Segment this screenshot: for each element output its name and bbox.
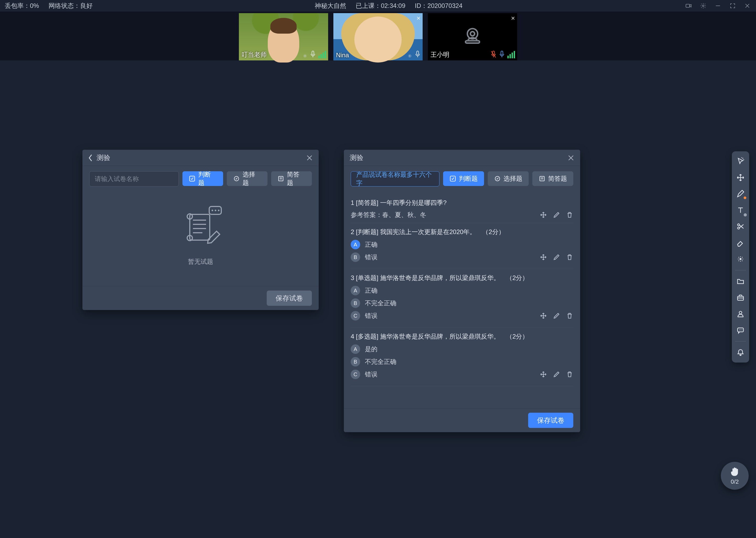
svg-point-20 [212,210,213,211]
back-icon[interactable] [88,154,93,162]
add-choice-button[interactable]: 选择题 [488,171,529,186]
option-text: 是的 [365,345,377,353]
participant-name: 叮当老师 [242,50,267,59]
svg-rect-4 [312,51,314,55]
move-icon[interactable] [540,253,547,261]
add-short-button[interactable]: 简答题 [271,171,312,186]
svg-point-21 [215,210,216,211]
delete-icon[interactable] [566,211,573,219]
empty-state: 暂无试题 [89,194,312,266]
add-judge-button[interactable]: 判断题 [443,171,484,186]
option-row[interactable]: B不完全正确 [351,357,573,366]
bell-icon[interactable] [734,346,747,359]
fullscreen-icon[interactable] [729,2,736,10]
question-title: 1 [简答题] 一年四季分别是哪四季? [351,198,573,207]
add-judge-button[interactable]: 判断题 [182,171,223,186]
edit-icon[interactable] [553,253,560,261]
question-item: 1 [简答题] 一年四季分别是哪四季?参考答案：春、夏、秋、冬 [351,194,573,223]
close-icon[interactable] [568,154,574,161]
edit-icon[interactable] [553,312,560,319]
option-row[interactable]: C错误 [351,311,573,320]
option-row[interactable]: A正确 [351,286,573,295]
option-row[interactable]: B错误 [351,252,573,262]
svg-point-32 [739,330,740,331]
edit-icon[interactable] [553,211,560,219]
participant-name: 王小明 [431,50,449,59]
course-title: 神秘大自然 [315,2,346,10]
remove-participant-icon[interactable]: × [417,14,420,22]
panel-title: 测验 [350,153,363,162]
pen-color-indicator [744,196,746,199]
panel-title: 测验 [97,153,110,162]
close-window-icon[interactable] [743,2,751,10]
eraser-tool-icon[interactable] [734,237,747,249]
save-quiz-button[interactable]: 保存试卷 [267,291,312,306]
chat-icon[interactable] [734,324,747,337]
minimize-icon[interactable] [714,2,722,10]
laser-tool-icon[interactable] [734,253,747,265]
move-icon[interactable] [540,312,547,319]
network-status: 网络状态：良好 [49,2,93,10]
drop-rate: 丢包率：0% [5,2,39,10]
person-icon[interactable] [734,308,747,320]
scissors-tool-icon[interactable] [734,220,747,233]
folder-icon[interactable] [734,275,747,288]
option-letter: A [351,286,360,295]
participant-name: Nina [336,51,349,59]
text-style-indicator [744,213,747,216]
svg-rect-7 [417,51,418,55]
move-icon[interactable] [540,211,547,219]
option-row[interactable]: A是的 [351,345,573,354]
pen-tool-icon[interactable] [734,188,747,200]
hand-raise-count: 0/2 [731,478,739,485]
svg-point-9 [470,31,475,36]
move-tool-icon[interactable] [734,171,747,184]
audio-indicator [303,50,326,58]
quiz-panel-full: 测验 产品说试卷名称最多十六个字 判断题 选择题 简答题 1 [简答题] 一年四… [344,150,580,432]
question-title: 3 [单选题] 施华洛世奇是反华品牌，所以梁鼎琪反华。 （2分） [351,274,573,282]
text-tool-icon[interactable] [734,204,747,216]
video-tile-teacher[interactable]: 叮当老师 [239,13,328,60]
hand-raise-button[interactable]: 0/2 [721,462,749,490]
video-tile-student-2[interactable]: × 王小明 [428,13,517,60]
quiz-name-input[interactable]: 产品说试卷名称最多十六个字 [351,171,440,187]
svg-point-27 [737,227,740,229]
cursor-tool-icon[interactable] [734,155,747,168]
svg-point-22 [218,210,219,211]
edit-icon[interactable] [553,371,560,378]
question-item: 4 [多选题] 施华洛世奇是反华品牌，所以梁鼎琪反华。 （2分）A是的B不完全正… [351,328,573,386]
delete-icon[interactable] [566,253,573,261]
question-list: 1 [简答题] 一年四季分别是哪四季?参考答案：春、夏、秋、冬 2 [判断题] … [344,192,580,408]
add-short-button[interactable]: 简答题 [532,171,573,186]
remove-participant-icon[interactable]: × [511,14,515,22]
delete-icon[interactable] [566,371,573,378]
svg-point-30 [739,311,742,314]
save-quiz-button[interactable]: 保存试卷 [528,413,573,428]
toolbox-icon[interactable] [734,291,747,304]
option-text: 不完全正确 [365,357,397,366]
option-row[interactable]: A正确 [351,240,573,249]
option-row[interactable]: C错误 [351,370,573,379]
close-icon[interactable] [306,154,313,161]
svg-rect-12 [501,51,503,55]
reference-answer: 参考答案：春、夏、秋、冬 [351,211,573,219]
delete-icon[interactable] [566,312,573,319]
option-text: 不完全正确 [365,299,397,307]
add-choice-button[interactable]: 选择题 [227,171,267,186]
video-row: 叮当老师 × Nina × 王小明 [0,12,756,60]
video-tile-student-1[interactable]: × Nina [333,13,423,60]
session-id: ID：2020070324 [415,2,462,10]
audio-indicator [407,50,420,58]
option-row[interactable]: B不完全正确 [351,298,573,308]
camera-toggle-icon[interactable] [685,2,692,10]
move-icon[interactable] [540,371,547,378]
option-text: 错误 [365,311,377,320]
empty-text: 暂无试题 [188,257,213,266]
option-letter: B [351,298,360,308]
option-letter: B [351,252,360,262]
quiz-name-input[interactable] [89,171,179,187]
settings-icon[interactable] [699,2,707,10]
option-text: 正确 [365,286,377,295]
question-title: 4 [多选题] 施华洛世奇是反华品牌，所以梁鼎琪反华。 （2分） [351,332,573,341]
empty-illustration-icon [176,201,225,251]
